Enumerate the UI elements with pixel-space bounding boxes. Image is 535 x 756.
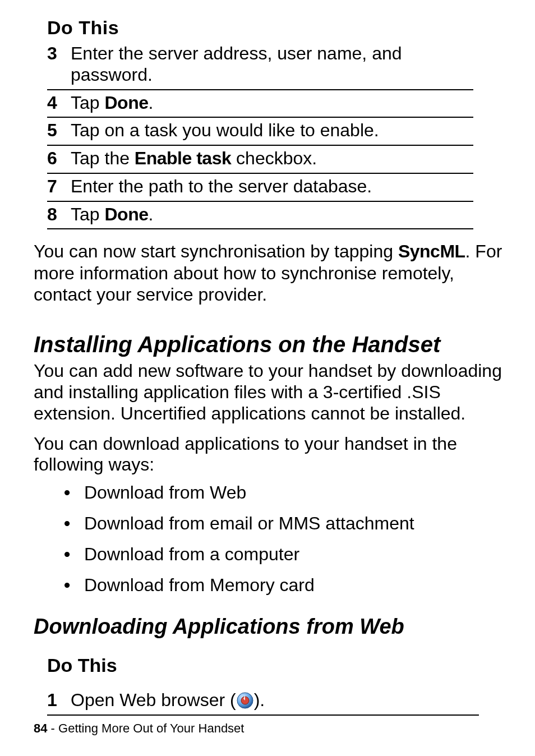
list-item: Download from Memory card [64,575,504,596]
browser-icon [236,692,254,709]
step-text: Tap Done. [71,90,473,118]
ui-term: Done [104,204,148,224]
step-number: 3 [47,41,71,90]
step-text: Open Web browser (). [71,688,479,715]
step-row: 3Enter the server address, user name, an… [47,41,473,90]
step-row: 6Tap the Enable task checkbox. [47,145,473,173]
footer-page-number: 84 [34,721,47,735]
list-item: Download from a computer [64,544,504,565]
step-text: Tap on a task you would like to enable. [71,117,473,145]
footer-chapter: Getting More Out of Your Handset [58,721,244,735]
installing-apps-heading: Installing Applications on the Handset [34,332,504,357]
installing-apps-para2: You can download applications to your ha… [34,434,504,476]
step-row: 5Tap on a task you would like to enable. [47,117,473,145]
step-number: 7 [47,173,71,201]
ui-term: SyncML [398,241,465,261]
list-item: Download from Web [64,482,504,503]
steps2-table: 1Open Web browser (). [47,688,479,716]
step-row: 4Tap Done. [47,90,473,118]
page-footer: 84 - Getting More Out of Your Handset [34,721,244,736]
step-number: 8 [47,201,71,229]
step-text: Tap Done. [71,201,473,229]
step-text: Enter the server address, user name, and… [71,41,473,90]
sync-info-paragraph: You can now start synchronisation by tap… [34,241,504,305]
steps1-title: Do This [47,17,504,39]
steps1-table: 3Enter the server address, user name, an… [47,41,473,229]
download-ways-list: Download from WebDownload from email or … [64,482,504,596]
installing-apps-para1: You can add new software to your handset… [34,361,504,424]
step-row: 1Open Web browser (). [47,688,479,715]
step-number: 4 [47,90,71,118]
ui-term: Done [104,93,148,113]
step-row: 8Tap Done. [47,201,473,229]
step-text: Enter the path to the server database. [71,173,473,201]
step-row: 7Enter the path to the server database. [47,173,473,201]
downloading-from-web-heading: Downloading Applications from Web [34,615,504,639]
step-number: 1 [47,688,71,715]
step-number: 6 [47,145,71,173]
step-number: 5 [47,117,71,145]
footer-separator: - [47,721,58,735]
list-item: Download from email or MMS attachment [64,513,504,534]
step-text: Tap the Enable task checkbox. [71,145,473,173]
steps2-title: Do This [47,654,504,676]
ui-term: Enable task [135,148,231,168]
